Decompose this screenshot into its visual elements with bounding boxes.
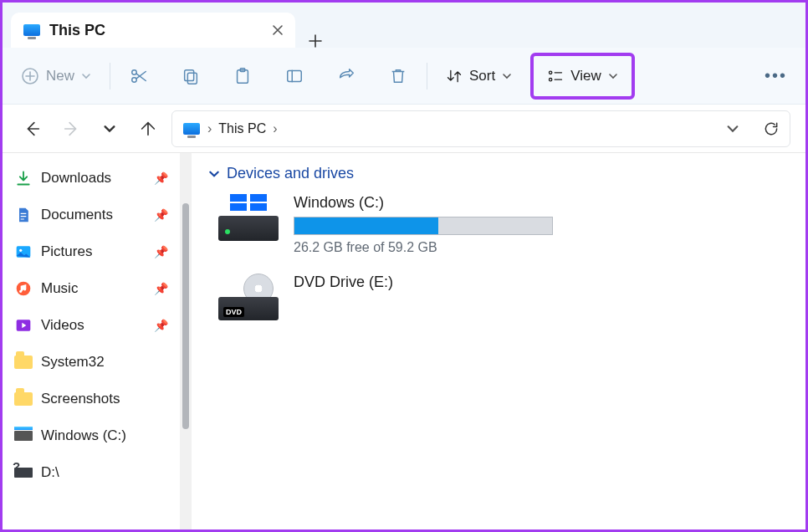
pin-icon: 📌 (154, 171, 168, 185)
svg-point-8 (550, 71, 552, 74)
trash-icon (389, 67, 407, 85)
pin-icon: 📌 (154, 319, 168, 332)
scroll-thumb[interactable] (182, 203, 189, 429)
breadcrumb-location[interactable]: This PC (218, 121, 266, 136)
refresh-icon (763, 120, 780, 137)
drive-name: Windows (C:) (294, 194, 553, 212)
arrow-left-icon (23, 120, 42, 138)
svg-point-11 (19, 249, 22, 252)
sidebar-item-label: Videos (41, 317, 146, 334)
new-tab-button[interactable] (295, 34, 335, 48)
svg-rect-3 (185, 69, 194, 80)
sidebar-scrollbar[interactable] (180, 153, 192, 529)
delete-button[interactable] (381, 59, 415, 93)
chevron-right-icon: › (273, 121, 277, 136)
hdd-icon (218, 194, 279, 241)
sidebar: Downloads 📌 Documents 📌 Pictures 📌 Music… (3, 153, 180, 529)
section-header-label: Devices and drives (227, 165, 354, 182)
rename-button[interactable] (278, 59, 311, 93)
music-icon (14, 279, 33, 298)
sort-button[interactable]: Sort (439, 59, 519, 93)
sidebar-item-d[interactable]: D:\ (8, 454, 175, 491)
sidebar-item-documents[interactable]: Documents 📌 (8, 197, 175, 233)
nav-row: › This PC › (3, 105, 805, 153)
nav-back-button[interactable] (18, 114, 48, 144)
drive-capacity-fill (294, 217, 438, 234)
copy-icon (182, 67, 200, 85)
drive-entry-e[interactable]: DVD DVD Drive (E:) (218, 274, 789, 320)
drive-capacity-bar (294, 217, 553, 235)
svg-point-9 (550, 78, 552, 80)
download-icon (14, 169, 33, 187)
plus-circle-icon (21, 67, 39, 85)
new-button[interactable]: New (14, 59, 98, 93)
pin-icon: 📌 (154, 282, 168, 295)
sidebar-item-label: Music (41, 280, 146, 297)
drive-icon (14, 427, 33, 445)
nav-forward-button[interactable] (56, 114, 86, 144)
section-header-devices[interactable]: Devices and drives (208, 165, 789, 182)
folder-icon (14, 353, 33, 371)
paste-button[interactable] (226, 59, 259, 93)
arrow-right-icon (62, 120, 80, 138)
clipboard-icon (233, 67, 252, 85)
svg-rect-7 (288, 70, 302, 81)
main-content: Devices and drives Windows (C:) 26.2 GB … (192, 153, 805, 529)
new-label: New (46, 68, 74, 84)
monitor-icon (182, 120, 201, 138)
share-icon (337, 67, 355, 85)
monitor-icon (23, 21, 41, 39)
chevron-down-icon (502, 71, 512, 81)
sidebar-item-system32[interactable]: System32 (8, 344, 175, 381)
address-dropdown-button[interactable] (726, 122, 739, 136)
sidebar-item-music[interactable]: Music 📌 (8, 270, 175, 307)
videos-icon (14, 316, 33, 335)
view-button[interactable]: View (540, 56, 625, 96)
toolbar: New Sort (3, 48, 805, 105)
chevron-down-icon (208, 168, 220, 180)
view-icon (547, 68, 564, 84)
chevron-right-icon: › (207, 121, 212, 136)
refresh-button[interactable] (763, 120, 780, 137)
svg-rect-4 (187, 73, 197, 84)
address-bar[interactable]: › This PC › (171, 110, 790, 147)
document-icon (14, 206, 33, 224)
scissors-icon (130, 67, 148, 85)
chevron-down-icon (726, 122, 739, 136)
sidebar-item-screenshots[interactable]: Screenshots (8, 381, 175, 417)
rename-icon (285, 67, 304, 85)
sidebar-item-videos[interactable]: Videos 📌 (8, 307, 175, 344)
sidebar-item-downloads[interactable]: Downloads 📌 (8, 160, 175, 197)
view-button-highlight: View (530, 53, 635, 100)
sort-label: Sort (469, 68, 495, 84)
drive-free-text: 26.2 GB free of 59.2 GB (294, 240, 553, 255)
sidebar-item-label: Windows (C:) (41, 427, 168, 444)
copy-button[interactable] (174, 59, 207, 93)
chevron-down-icon (608, 71, 618, 81)
sidebar-item-label: Pictures (41, 243, 146, 260)
folder-icon (14, 390, 33, 408)
more-button[interactable]: ••• (758, 59, 794, 93)
arrow-up-icon (139, 120, 157, 138)
ellipsis-icon: ••• (765, 66, 787, 85)
sidebar-item-label: Screenshots (41, 391, 168, 407)
nav-up-button[interactable] (133, 114, 163, 144)
separator (427, 63, 427, 90)
drive-entry-c[interactable]: Windows (C:) 26.2 GB free of 59.2 GB (218, 194, 789, 255)
sidebar-item-label: Downloads (41, 170, 146, 187)
sidebar-item-label: Documents (41, 207, 146, 223)
nav-recent-button[interactable] (95, 114, 125, 144)
drive-name: DVD Drive (E:) (294, 274, 393, 291)
separator (110, 63, 110, 90)
sidebar-item-windows-c[interactable]: Windows (C:) (8, 417, 175, 454)
share-button[interactable] (330, 59, 363, 93)
tab-this-pc[interactable]: This PC (11, 13, 295, 48)
sidebar-item-label: System32 (41, 354, 168, 371)
chevron-down-icon (103, 122, 116, 136)
pin-icon: 📌 (154, 208, 168, 222)
tab-close-button[interactable] (272, 24, 284, 36)
view-label: View (570, 68, 601, 84)
sidebar-item-pictures[interactable]: Pictures 📌 (8, 233, 175, 270)
dvd-badge: DVD (223, 307, 244, 317)
cut-button[interactable] (122, 59, 156, 93)
